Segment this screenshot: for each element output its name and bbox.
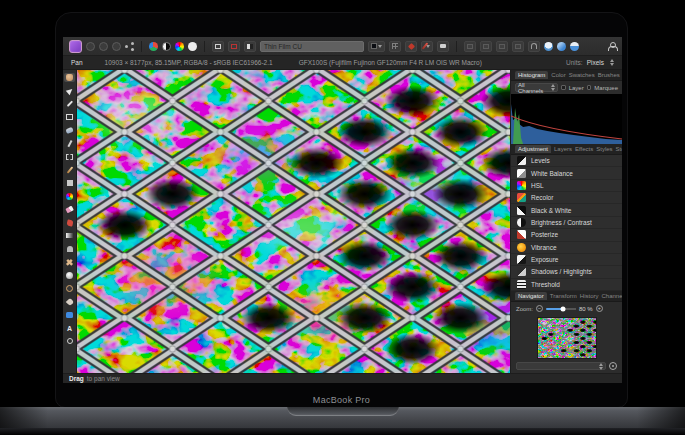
adjustment-item-white-balance[interactable]: White Balance xyxy=(511,167,622,179)
document-canvas[interactable] xyxy=(77,70,510,373)
gear-icon[interactable] xyxy=(609,362,617,370)
tab-swatches[interactable]: Swatches xyxy=(569,72,595,78)
auto-white-balance-icon[interactable] xyxy=(188,42,197,51)
liquify-persona-icon[interactable] xyxy=(86,42,95,51)
pixel-alignment-icon[interactable] xyxy=(557,42,566,51)
paint-mixer-brush-tool[interactable] xyxy=(64,192,75,201)
erase-brush-tool[interactable] xyxy=(64,205,75,214)
adjustment-item-vibrance[interactable]: Vibrance xyxy=(511,242,622,254)
zoom-slider[interactable] xyxy=(546,308,576,310)
tab-stock[interactable]: Stock xyxy=(616,146,622,152)
export-persona-icon[interactable] xyxy=(125,42,134,51)
adjustment-item-posterize[interactable]: Posterize xyxy=(511,229,622,241)
assistant-button[interactable] xyxy=(437,41,449,52)
account-icon[interactable] xyxy=(607,42,616,51)
adjustment-item-levels[interactable]: Levels xyxy=(511,155,622,167)
flood-fill-tool[interactable] xyxy=(64,218,75,227)
histogram-tab-row: Histogram Color Swatches Brushes xyxy=(511,70,622,81)
tab-transform[interactable]: Transform xyxy=(550,293,577,299)
marquee-tool[interactable] xyxy=(64,152,75,161)
affinity-photo-icon[interactable] xyxy=(69,40,82,53)
shape-tool[interactable] xyxy=(64,310,75,319)
text-tool[interactable]: A xyxy=(64,324,75,333)
units-value[interactable]: Pixels xyxy=(587,59,604,66)
deselect-button[interactable] xyxy=(228,41,240,52)
auto-levels-icon[interactable] xyxy=(149,42,158,51)
tab-brushes[interactable]: Brushes xyxy=(598,72,620,78)
burn-brush-tool[interactable] xyxy=(64,284,75,293)
selection-square-button[interactable] xyxy=(212,41,224,52)
pixel-tool[interactable] xyxy=(64,179,75,188)
grid-options-button[interactable] xyxy=(389,41,401,52)
arrange-icon xyxy=(515,44,521,49)
adjustment-item-hsl[interactable]: HSL xyxy=(511,180,622,192)
zoom-slider-thumb[interactable] xyxy=(561,306,566,311)
viewpoint-dropdown[interactable] xyxy=(516,362,606,370)
adjustment-item-label: Brightness / Contrast xyxy=(531,219,592,226)
chevron-down-icon xyxy=(378,45,382,48)
opacity-toggle-icon[interactable] xyxy=(570,42,579,51)
layer-checkbox[interactable] xyxy=(561,85,566,90)
paint-brush-tool[interactable] xyxy=(64,165,75,174)
color-picker-tool[interactable] xyxy=(64,99,75,108)
dodge-brush-tool[interactable] xyxy=(64,271,75,280)
toolbar-separator xyxy=(456,41,457,52)
tab-color[interactable]: Color xyxy=(551,72,565,78)
status-hint: to pan view xyxy=(87,375,120,382)
clone-brush-tool[interactable] xyxy=(64,244,75,253)
gradient-tool[interactable] xyxy=(64,231,75,240)
arrange-button-3[interactable] xyxy=(496,41,508,52)
chevron-down-icon xyxy=(551,88,555,91)
arrange-button-4[interactable] xyxy=(512,41,524,52)
document-info-label: 10903 × 8177px, 85.15MP, RGBA/8 - sRGB I… xyxy=(105,59,273,66)
tab-layers[interactable]: Layers xyxy=(554,146,572,152)
move-tool[interactable] xyxy=(64,86,75,95)
tab-channels[interactable]: Channels xyxy=(601,293,622,299)
arrange-button-1[interactable] xyxy=(464,41,476,52)
gradient-icon xyxy=(66,233,74,238)
adjustment-item-shadows-highlights[interactable]: Shadows / Highlights xyxy=(511,266,622,278)
channels-dropdown[interactable]: All Channels xyxy=(515,83,558,92)
channels-value: All Channels xyxy=(518,82,547,94)
tab-adjustment[interactable]: Adjustment xyxy=(515,145,551,153)
navigator-thumbnail[interactable] xyxy=(537,317,597,359)
units-stepper[interactable] xyxy=(610,59,614,66)
invert-selection-button[interactable] xyxy=(244,41,256,52)
adjustment-item-brightness-contrast[interactable]: Brightness / Contrast xyxy=(511,217,622,229)
zoom-out-icon[interactable]: − xyxy=(536,305,543,312)
flood-select-tool[interactable] xyxy=(64,139,75,148)
document-title-input[interactable] xyxy=(260,41,364,52)
tone-mapping-persona-icon[interactable] xyxy=(112,42,121,51)
tab-histogram[interactable]: Histogram xyxy=(515,71,548,79)
crop-icon xyxy=(66,114,73,120)
adjustment-item-exposure[interactable]: Exposure xyxy=(511,254,622,266)
zoom-in-icon[interactable]: + xyxy=(596,305,603,312)
smudge-tool[interactable] xyxy=(64,297,75,306)
view-tool[interactable] xyxy=(64,73,75,82)
tab-history[interactable]: History xyxy=(580,293,599,299)
crop-tool[interactable] xyxy=(64,113,75,122)
zoom-tool[interactable] xyxy=(64,337,75,346)
tab-effects[interactable]: Effects xyxy=(575,146,593,152)
zoom-value[interactable]: 80 % xyxy=(579,306,593,312)
auto-colour-icon[interactable] xyxy=(175,42,184,51)
arrange-button-2[interactable] xyxy=(480,41,492,52)
posterize-icon xyxy=(517,230,526,239)
auto-contrast-icon[interactable] xyxy=(162,42,171,51)
tab-navigator[interactable]: Navigator xyxy=(515,292,547,300)
snapping-button[interactable] xyxy=(528,41,540,52)
selection-brush-tool[interactable] xyxy=(64,126,75,135)
develop-persona-icon[interactable] xyxy=(99,42,108,51)
adjustment-item-black-white[interactable]: Black & White xyxy=(511,204,622,216)
adjustment-item-threshold[interactable]: Threshold xyxy=(511,279,622,291)
tab-styles[interactable]: Styles xyxy=(596,146,612,152)
navigator-thumbnail-area xyxy=(511,315,622,361)
marquee-checkbox[interactable] xyxy=(587,85,592,90)
hardness-toggle-icon[interactable] xyxy=(544,42,553,51)
brush-style-button[interactable] xyxy=(421,41,433,52)
adjustment-item-recolor[interactable]: Recolor xyxy=(511,192,622,204)
status-bar: Drag to pan view xyxy=(63,373,622,383)
background-swatch-dropdown[interactable] xyxy=(368,41,385,52)
red-swatch-button[interactable] xyxy=(405,41,417,52)
healing-brush-tool[interactable] xyxy=(64,258,75,267)
